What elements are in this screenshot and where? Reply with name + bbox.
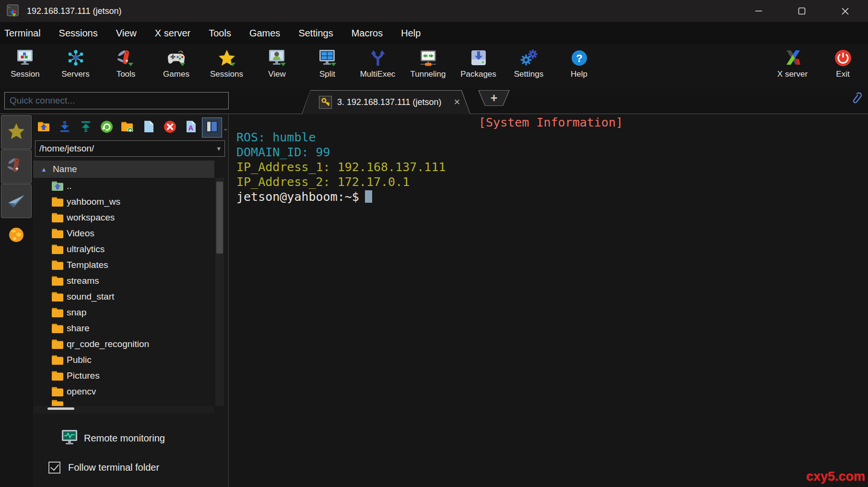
new-folder-icon	[121, 121, 133, 134]
maximize-icon	[798, 7, 806, 15]
toolbar-exit-button[interactable]: Exit	[818, 44, 868, 89]
horizontal-scrollbar-thumb[interactable]	[47, 407, 74, 410]
menu-item-view[interactable]: View	[116, 28, 137, 39]
app-logo-icon: >_	[7, 4, 20, 18]
toolbar-help-button[interactable]: ? Help	[554, 44, 604, 89]
tab-active-session[interactable]: 3. 192.168.137.111 (jetson) ×	[302, 90, 470, 114]
svg-text:>_: >_	[8, 6, 12, 10]
file-row-qr-code-recognition[interactable]: qr_code_recognition	[33, 336, 214, 352]
file-row-parent-dir[interactable]: ..	[33, 178, 214, 194]
file-name: Videos	[67, 228, 94, 239]
toolbar-multiexec-button[interactable]: MultiExec	[352, 44, 403, 89]
multiexec-fork-icon	[369, 47, 387, 69]
dual-pane-button[interactable]	[205, 120, 219, 135]
file-row-pictures[interactable]: Pictures	[33, 368, 214, 383]
menu-item-macros[interactable]: Macros	[352, 28, 383, 39]
folder-icon	[51, 371, 64, 381]
terminal-area[interactable]: [System Information]ROS: humbleDOMAIN_ID…	[229, 114, 868, 487]
toolbar-label: Exit	[836, 70, 849, 79]
terminal-line-2: DOMAIN_ID: 99	[236, 145, 865, 160]
terminal-line-0: [System Information]	[236, 115, 865, 130]
new-tab-button[interactable]: +	[478, 90, 510, 106]
tab-close-icon[interactable]: ×	[454, 97, 460, 107]
menu-item-x-server[interactable]: X server	[155, 28, 190, 39]
menu-item-terminal[interactable]: Terminal	[4, 28, 41, 39]
rail-tab-tools[interactable]	[1, 150, 32, 184]
file-row-public[interactable]: Public	[33, 352, 214, 368]
upload-button[interactable]	[79, 120, 93, 135]
xserver-x-icon	[783, 47, 803, 69]
toolbar-x-server-button[interactable]: X server	[767, 44, 818, 89]
horizontal-scrollbar[interactable]	[33, 406, 214, 414]
minimize-button[interactable]	[744, 0, 773, 22]
main-area: A ⌄ /home/jetson/ ▾ ▲ Name .. yahboom_ws…	[0, 114, 868, 487]
menu-bar: TerminalSessionsViewX serverToolsGamesSe…	[0, 22, 868, 44]
rail-tab-sftp[interactable]	[1, 219, 32, 253]
follow-terminal-folder-checkbox[interactable]	[48, 462, 60, 474]
refresh-button[interactable]	[99, 120, 114, 135]
column-label: Name	[53, 164, 77, 174]
file-row-videos[interactable]: Videos	[33, 225, 214, 241]
menu-item-sessions[interactable]: Sessions	[59, 28, 98, 39]
toolbar-split-button[interactable]: Split	[302, 44, 352, 89]
close-button[interactable]	[831, 0, 859, 22]
remote-monitoring-button[interactable]: Remote monitoring	[60, 427, 165, 450]
toolbar-overflow-chevron[interactable]: ⌄	[223, 125, 228, 132]
menu-item-settings[interactable]: Settings	[298, 28, 333, 39]
toolbar-label: X server	[777, 70, 808, 79]
toolbar-label: Sessions	[210, 70, 243, 79]
menu-item-games[interactable]: Games	[249, 28, 280, 39]
paperclip-icon[interactable]	[850, 91, 863, 108]
file-row-streams[interactable]: streams	[33, 273, 214, 289]
path-dropdown[interactable]: /home/jetson/ ▾	[35, 140, 225, 157]
rename-button[interactable]: A	[184, 120, 198, 135]
split-screen-icon	[318, 47, 337, 69]
file-row-snap[interactable]: snap	[33, 304, 214, 320]
name-column-header[interactable]: ▲ Name	[33, 161, 214, 178]
download-button[interactable]	[58, 120, 72, 135]
file-row-yahboom-ws[interactable]: yahboom_ws	[33, 194, 214, 209]
toolbar-view-button[interactable]: View	[252, 44, 302, 89]
toolbar-servers-button[interactable]: Servers	[50, 44, 101, 89]
file-row-sound-start[interactable]: sound_start	[33, 289, 214, 304]
file-row-share[interactable]: share	[33, 320, 214, 336]
toolbar-label: View	[268, 70, 286, 79]
packages-drive-icon	[469, 47, 488, 69]
vertical-scrollbar-thumb[interactable]	[216, 182, 223, 254]
file-name: yahboom_ws	[67, 197, 120, 207]
quick-connect-input[interactable]	[4, 92, 229, 109]
remote-monitoring-label: Remote monitoring	[84, 433, 165, 444]
toolbar-label: Help	[571, 70, 587, 79]
toolbar-session-button[interactable]: Session	[0, 44, 50, 89]
folder-icon	[51, 244, 64, 255]
file-row-opencv[interactable]: opencv	[33, 383, 214, 399]
toolbar-tools-button[interactable]: Tools	[101, 44, 151, 89]
folder-up-icon	[37, 121, 50, 134]
file-name: Templates	[67, 260, 108, 270]
svg-text:?: ?	[576, 52, 582, 64]
new-folder-button[interactable]	[120, 120, 134, 135]
folder-icon	[51, 386, 64, 397]
rail-tab-macros[interactable]	[1, 184, 32, 218]
toolbar-packages-button[interactable]: Packages	[453, 44, 504, 89]
rail-tab-sessions[interactable]	[1, 115, 32, 149]
main-toolbar: Session Servers Tools Games Sessions	[0, 44, 868, 89]
toolbar-sessions-button[interactable]: Sessions	[201, 44, 252, 89]
vertical-scrollbar[interactable]	[215, 178, 224, 406]
file-name: ..	[67, 181, 72, 191]
toolbar-tunneling-button[interactable]: Tunneling	[403, 44, 453, 89]
sort-ascending-icon: ▲	[41, 166, 47, 173]
toolbar-settings-button[interactable]: Settings	[504, 44, 554, 89]
new-file-button[interactable]	[141, 120, 156, 135]
plus-icon: +	[478, 90, 510, 106]
file-row-clipped[interactable]	[33, 399, 214, 406]
file-row-ultralytics[interactable]: ultralytics	[33, 241, 214, 257]
menu-item-tools[interactable]: Tools	[209, 28, 231, 39]
menu-item-help[interactable]: Help	[401, 28, 421, 39]
maximize-button[interactable]	[787, 0, 816, 22]
file-row-workspaces[interactable]: workspaces	[33, 209, 214, 225]
file-row-templates[interactable]: Templates	[33, 257, 214, 273]
delete-button[interactable]	[163, 120, 177, 135]
toolbar-games-button[interactable]: Games	[151, 44, 201, 89]
folder-up-button[interactable]	[36, 120, 51, 135]
